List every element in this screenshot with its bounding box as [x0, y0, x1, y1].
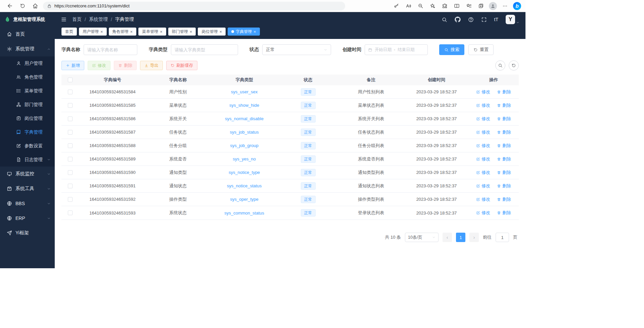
refresh-cache-button[interactable]: 刷新缓存 [166, 61, 197, 70]
favorite-star-icon[interactable] [427, 1, 438, 11]
back-icon[interactable] [5, 1, 15, 11]
reset-button[interactable]: 重置 [468, 44, 494, 55]
row-delete-link[interactable]: 删除 [497, 102, 511, 108]
sidebar-item-home[interactable]: 首页 [0, 27, 55, 42]
page-tab[interactable]: 岗位管理 × [198, 28, 226, 36]
breadcrumb-system[interactable]: 系统管理 [89, 16, 108, 22]
sidebar-item-logs[interactable]: 日志管理 [0, 153, 55, 167]
url-text[interactable]: https://ccnetcore.com:1101/system/dict [54, 3, 130, 8]
tab-close-icon[interactable]: × [100, 30, 103, 34]
row-edit-link[interactable]: 修改 [476, 183, 490, 189]
bing-chat-icon[interactable]: b [512, 1, 522, 11]
select-all-checkbox[interactable] [68, 78, 73, 82]
row-edit-link[interactable]: 修改 [476, 196, 490, 202]
profile-avatar[interactable] [488, 1, 498, 11]
prev-page-button[interactable]: ‹ [443, 233, 452, 242]
extensions-icon[interactable] [440, 1, 450, 11]
dict-type-link[interactable]: sys_show_hide [229, 103, 259, 108]
page-tab[interactable]: 用户管理 × [79, 28, 107, 36]
edit-button[interactable]: 修改 [88, 61, 110, 70]
tab-close-icon[interactable]: × [160, 30, 163, 34]
row-checkbox[interactable] [68, 130, 73, 135]
read-aloud-icon[interactable] [403, 1, 413, 11]
row-edit-link[interactable]: 修改 [476, 116, 490, 122]
sidebar-item-departments[interactable]: 部门管理 [0, 98, 55, 111]
text-size-icon[interactable]: tT [494, 17, 498, 22]
row-edit-link[interactable]: 修改 [476, 170, 490, 176]
split-screen-icon[interactable] [452, 1, 462, 11]
row-delete-link[interactable]: 删除 [497, 156, 511, 162]
sidebar-item-menus[interactable]: 菜单管理 [0, 84, 55, 98]
refresh-icon[interactable] [17, 1, 28, 11]
sidebar-item-tools[interactable]: 系统工具 [0, 181, 55, 196]
export-button[interactable]: 导出 [140, 61, 163, 70]
goto-page-input[interactable] [496, 233, 509, 242]
zoom-out-icon[interactable] [415, 1, 425, 11]
help-icon[interactable] [468, 17, 474, 22]
dict-type-link[interactable]: sys_notice_type [229, 170, 260, 175]
page-tab[interactable]: 字典管理 × [228, 28, 260, 36]
tab-close-icon[interactable]: × [190, 30, 192, 34]
sidebar-item-params[interactable]: 参数设置 [0, 139, 55, 153]
row-edit-link[interactable]: 修改 [476, 102, 490, 108]
hamburger-icon[interactable] [61, 16, 67, 22]
sidebar-item-monitor[interactable]: 系统监控 [0, 167, 55, 181]
row-delete-link[interactable]: 删除 [497, 183, 511, 189]
sidebar-item-posts[interactable]: 岗位管理 [0, 111, 55, 125]
sidebar-item-users[interactable]: 用户管理 [0, 56, 55, 70]
row-checkbox[interactable] [68, 184, 73, 188]
tab-close-icon[interactable]: × [219, 30, 222, 34]
row-checkbox[interactable] [68, 157, 73, 161]
dict-type-link[interactable]: sys_normal_disable [225, 116, 264, 121]
row-edit-link[interactable]: 修改 [476, 143, 490, 149]
app-logo[interactable]: 意框架管理系统 [0, 12, 55, 27]
row-delete-link[interactable]: 删除 [497, 210, 511, 216]
row-edit-link[interactable]: 修改 [476, 89, 490, 95]
breadcrumb-home[interactable]: 首页 [72, 16, 82, 22]
dict-type-link[interactable]: sys_job_group [230, 143, 259, 148]
page-size-select[interactable]: 10条/页 [405, 233, 439, 242]
sidebar-item-system[interactable]: 系统管理 [0, 42, 55, 56]
password-key-icon[interactable] [391, 1, 401, 11]
row-edit-link[interactable]: 修改 [476, 156, 490, 162]
dict-name-input[interactable] [84, 44, 137, 55]
add-button[interactable]: 新增 [61, 61, 84, 70]
row-checkbox[interactable] [68, 170, 73, 175]
next-page-button[interactable]: › [469, 233, 479, 242]
page-tab[interactable]: 角色管理 × [109, 28, 137, 36]
current-page[interactable]: 1 [456, 233, 465, 242]
dict-type-link[interactable]: sys_job_status [230, 130, 259, 135]
page-tab[interactable]: 首页 × [61, 28, 77, 36]
fullscreen-icon[interactable] [481, 17, 487, 22]
row-delete-link[interactable]: 删除 [497, 143, 511, 149]
sidebar-item-roles[interactable]: 角色管理 [0, 70, 55, 84]
date-range-picker[interactable]: 开始日期 - 结束日期 [365, 44, 428, 55]
row-checkbox[interactable] [68, 103, 73, 108]
site-info-lock-icon[interactable] [47, 4, 52, 8]
dict-type-link[interactable]: sys_yes_no [233, 156, 256, 161]
dict-type-link[interactable]: sys_notice_status [227, 183, 262, 188]
address-bar[interactable]: https://ccnetcore.com:1101/system/dict [43, 2, 345, 10]
status-select[interactable]: 正常 [262, 44, 331, 55]
row-checkbox[interactable] [68, 210, 73, 215]
favorites-bar-icon[interactable] [464, 1, 474, 11]
dict-type-input[interactable] [171, 44, 238, 55]
dict-type-link[interactable]: sys_common_status [224, 210, 264, 216]
page-tab[interactable]: 部门管理 × [168, 28, 196, 36]
dict-type-link[interactable]: sys_oper_type [230, 197, 259, 202]
home-icon[interactable] [30, 1, 40, 11]
browser-menu-icon[interactable] [500, 1, 510, 11]
row-checkbox[interactable] [68, 143, 73, 148]
collections-icon[interactable] [476, 1, 486, 11]
row-delete-link[interactable]: 删除 [497, 170, 511, 176]
github-icon[interactable] [455, 16, 461, 22]
sidebar-item-erp[interactable]: ERP [0, 211, 55, 226]
row-checkbox[interactable] [68, 116, 73, 121]
tab-close-icon[interactable]: × [130, 30, 133, 34]
row-checkbox[interactable] [68, 197, 73, 202]
header-search-icon[interactable] [442, 17, 447, 22]
search-button[interactable]: 搜索 [439, 44, 464, 55]
row-checkbox[interactable] [68, 90, 73, 94]
row-delete-link[interactable]: 删除 [497, 116, 511, 122]
delete-button[interactable]: 删除 [114, 61, 137, 70]
